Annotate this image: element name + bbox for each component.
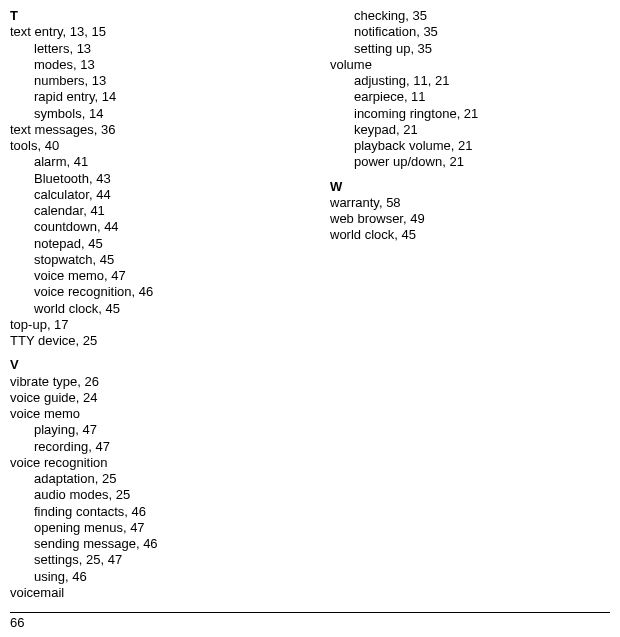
index-term: power up/down <box>354 154 442 169</box>
index-pages: 45 <box>100 252 114 267</box>
index-pages: 21 <box>464 106 478 121</box>
index-subentry: notepad, 45 <box>10 236 290 252</box>
index-entry: TTY device, 25 <box>10 333 290 349</box>
index-pages: 46 <box>132 504 146 519</box>
index-term: earpiece <box>354 89 404 104</box>
index-term: sending message <box>34 536 136 551</box>
index-pages: 35 <box>423 24 437 39</box>
index-subentry: settings, 25, 47 <box>10 552 290 568</box>
index-term: notepad <box>34 236 81 251</box>
index-term: symbols <box>34 106 82 121</box>
index-pages: 45 <box>88 236 102 251</box>
index-term: adaptation <box>34 471 95 486</box>
index-subentry: calculator, 44 <box>10 187 290 203</box>
index-entry: text messages, 36 <box>10 122 290 138</box>
index-subentry: modes, 13 <box>10 57 290 73</box>
index-term: stopwatch <box>34 252 93 267</box>
index-subentry: sending message, 46 <box>10 536 290 552</box>
index-pages: 58 <box>386 195 400 210</box>
index-pages: 14 <box>89 106 103 121</box>
index-subentry: notification, 35 <box>330 24 610 40</box>
index-term: finding contacts <box>34 504 124 519</box>
index-term: voice guide <box>10 390 76 405</box>
index-term: world clock <box>34 301 98 316</box>
index-pages: 21 <box>403 122 417 137</box>
index-term: adjusting <box>354 73 406 88</box>
index-pages: 41 <box>90 203 104 218</box>
index-pages: 13 <box>77 41 91 56</box>
index-subentry: using, 46 <box>10 569 290 585</box>
letter-heading-v: V <box>10 357 290 373</box>
index-subentry: Bluetooth, 43 <box>10 171 290 187</box>
index-subentry: calendar, 41 <box>10 203 290 219</box>
index-subentry: letters, 13 <box>10 41 290 57</box>
index-term: opening menus <box>34 520 123 535</box>
index-pages: 13 <box>92 73 106 88</box>
index-pages: 40 <box>45 138 59 153</box>
index-column-left: T text entry, 13, 15 letters, 13 modes, … <box>10 8 290 601</box>
index-subentry: finding contacts, 46 <box>10 504 290 520</box>
index-term: countdown <box>34 219 97 234</box>
index-pages: 49 <box>410 211 424 226</box>
index-term: keypad <box>354 122 396 137</box>
index-term: setting up <box>354 41 410 56</box>
index-pages: 46 <box>72 569 86 584</box>
index-pages: 46 <box>143 536 157 551</box>
index-pages: 17 <box>54 317 68 332</box>
index-entry: top-up, 17 <box>10 317 290 333</box>
index-entry: web browser, 49 <box>330 211 610 227</box>
index-term: calculator <box>34 187 89 202</box>
index-entry: world clock, 45 <box>330 227 610 243</box>
index-subentry: adjusting, 11, 21 <box>330 73 610 89</box>
index-term: playing <box>34 422 75 437</box>
index-pages: 43 <box>96 171 110 186</box>
index-pages: 25, 47 <box>86 552 122 567</box>
index-entry: voice memo <box>10 406 290 422</box>
index-subentry: setting up, 35 <box>330 41 610 57</box>
index-pages: 11 <box>411 89 425 104</box>
page-number: 66 <box>10 612 610 631</box>
index-term: letters <box>34 41 69 56</box>
index-pages: 11, 21 <box>413 73 449 88</box>
index-subentry: stopwatch, 45 <box>10 252 290 268</box>
index-pages: 44 <box>96 187 110 202</box>
index-term: web browser <box>330 211 403 226</box>
index-pages: 25 <box>83 333 97 348</box>
index-term: checking <box>354 8 405 23</box>
index-term: vibrate type <box>10 374 77 389</box>
index-term: Bluetooth <box>34 171 89 186</box>
index-pages: 25 <box>116 487 130 502</box>
index-pages: 13, 15 <box>70 24 106 39</box>
index-term: text entry <box>10 24 63 39</box>
index-subentry: voice memo, 47 <box>10 268 290 284</box>
index-subentry: symbols, 14 <box>10 106 290 122</box>
index-term: audio modes <box>34 487 108 502</box>
index-entry: tools, 40 <box>10 138 290 154</box>
index-term: voice recognition <box>10 455 108 470</box>
index-entry: text entry, 13, 15 <box>10 24 290 40</box>
index-subentry: opening menus, 47 <box>10 520 290 536</box>
index-pages: 47 <box>82 422 96 437</box>
index-pages: 24 <box>83 390 97 405</box>
index-subentry: rapid entry, 14 <box>10 89 290 105</box>
index-subentry: adaptation, 25 <box>10 471 290 487</box>
index-pages: 46 <box>139 284 153 299</box>
index-term: TTY device <box>10 333 76 348</box>
index-term: incoming ringtone <box>354 106 457 121</box>
index-subentry: incoming ringtone, 21 <box>330 106 610 122</box>
index-subentry: alarm, 41 <box>10 154 290 170</box>
index-term: settings <box>34 552 79 567</box>
index-entry: warranty, 58 <box>330 195 610 211</box>
index-term: using <box>34 569 65 584</box>
index-term: warranty <box>330 195 379 210</box>
index-subentry: playing, 47 <box>10 422 290 438</box>
index-subentry: audio modes, 25 <box>10 487 290 503</box>
index-term: numbers <box>34 73 85 88</box>
index-subentry: playback volume, 21 <box>330 138 610 154</box>
index-term: top-up <box>10 317 47 332</box>
index-pages: 47 <box>95 439 109 454</box>
index-term: rapid entry <box>34 89 94 104</box>
index-page: T text entry, 13, 15 letters, 13 modes, … <box>0 0 620 601</box>
index-subentry: recording, 47 <box>10 439 290 455</box>
index-entry: voice recognition <box>10 455 290 471</box>
